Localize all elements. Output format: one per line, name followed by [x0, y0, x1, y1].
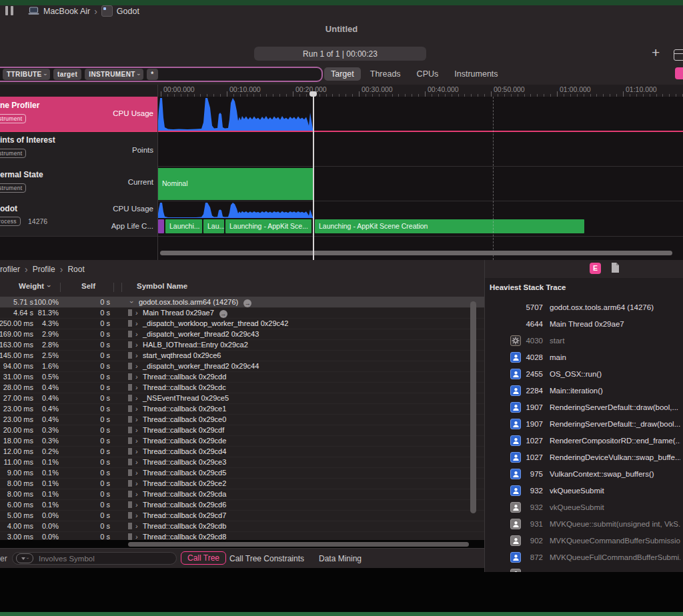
disclosure-chevron-icon[interactable]: ›	[135, 309, 138, 317]
filter-token-instrument[interactable]: INSTRUMENT›	[85, 69, 143, 80]
disclosure-chevron-icon[interactable]: ›	[135, 522, 138, 530]
stack-row[interactable]: 932vkQueueSubmit	[485, 500, 683, 517]
layout-toggle-icon[interactable]	[674, 49, 683, 61]
focus-arrow-icon[interactable]: →	[219, 310, 227, 318]
breadcrumb-item-root[interactable]: Root	[67, 265, 84, 274]
stack-row[interactable]: 1027RenderingDeviceVulkan::swap_buffe...	[485, 450, 683, 467]
column-header-weight[interactable]: Weight	[19, 282, 44, 290]
disclosure-chevron-icon[interactable]: ›	[135, 490, 138, 498]
disclosure-chevron-icon[interactable]: ›	[135, 341, 138, 349]
disclosure-chevron-icon[interactable]: ›	[135, 533, 138, 540]
disclosure-chevron-icon[interactable]: ›	[135, 319, 138, 327]
table-row[interactable]: 18.00 ms0.3%0 s›Thread::callback 0x29cde	[0, 435, 484, 447]
table-vscrollbar-thumb[interactable]	[470, 301, 476, 513]
table-row[interactable]: 169.00 ms2.9%0 s›_dispatch_worker_thread…	[0, 329, 484, 340]
filter-funnel-icon[interactable]: ›	[16, 553, 33, 563]
column-header-self[interactable]: Self	[81, 282, 95, 290]
timeline-scrollbar-thumb[interactable]	[160, 251, 672, 255]
table-row[interactable]: 5.71 s100.0%0 s›godot.osx.tools.arm64 (1…	[0, 297, 484, 308]
add-instrument-button[interactable]: +	[652, 45, 660, 61]
table-row[interactable]: 11.00 ms0.1%0 s›Thread::callback 0x29ce3	[0, 457, 484, 468]
disclosure-chevron-icon[interactable]: ›	[135, 426, 138, 434]
table-row[interactable]: 28.00 ms0.4%0 s›Thread::callback 0x29cdc	[0, 382, 484, 393]
tab-target[interactable]: Target	[324, 67, 361, 81]
filter-token-*[interactable]: *	[147, 69, 157, 80]
app-life-segment[interactable]: Launchi...	[165, 219, 202, 233]
app-life-segment-initializing[interactable]	[158, 219, 164, 233]
disclosure-chevron-icon[interactable]: ›	[135, 351, 138, 359]
disclosure-chevron-icon[interactable]: ›	[135, 511, 138, 519]
table-row[interactable]: 31.00 ms0.5%0 s›Thread::callback 0x29cdd	[0, 371, 484, 383]
stack-row[interactable]: 902MVKQueueCommandBufferSubmissio...	[485, 533, 683, 550]
filter-token-field[interactable]: TTRIBUTE›targetINSTRUMENT›*	[0, 67, 323, 82]
table-row[interactable]: 8.00 ms0.1%0 s›Thread::callback 0x29ce2	[0, 478, 484, 489]
app-life-segment[interactable]: Lau...	[203, 219, 224, 233]
stack-row[interactable]: 931MVKQueue::submit(unsigned int, VkS...	[485, 517, 683, 533]
track-time-profiler[interactable]: ne Profiler strument CPU Usage	[0, 97, 157, 131]
disclosure-chevron-icon[interactable]: ›	[135, 373, 138, 381]
stack-row[interactable]: 4030start	[485, 333, 683, 350]
table-row[interactable]: 4.64 s81.3%0 s›Main Thread 0x29ae7→	[0, 307, 484, 319]
stack-row[interactable]: 4028main	[485, 350, 683, 367]
tab-cpus[interactable]: CPUs	[410, 67, 446, 81]
table-row[interactable]: 6.00 ms0.1%0 s›Thread::callback 0x29cd6	[0, 499, 484, 511]
stack-row[interactable]: 1907RenderingServerDefault::_draw(bool..…	[485, 417, 683, 433]
target-device-chip[interactable]: MacBook Air › Godot	[28, 5, 139, 17]
table-row[interactable]: 5.00 ms0.0%0 s›Thread::callback 0x29cd7	[0, 510, 484, 521]
data-mining-button[interactable]: Data Mining	[319, 554, 362, 563]
table-row[interactable]: 3.00 ms0.0%0 s›Thread::callback 0x29cd8	[0, 531, 484, 540]
table-hscrollbar-thumb[interactable]	[128, 542, 469, 547]
search-input[interactable]	[37, 554, 160, 563]
disclosure-chevron-icon[interactable]: ›	[135, 415, 138, 423]
timeline-ruler[interactable]: 00:00.00000:10.00000:20.00000:30.00000:4…	[0, 85, 683, 97]
filter-indicator-button[interactable]	[675, 67, 683, 79]
filter-token-ttribute[interactable]: TTRIBUTE›	[3, 69, 50, 80]
disclosure-chevron-icon[interactable]: ›	[135, 394, 138, 402]
table-row[interactable]: 20.00 ms0.3%0 s›Thread::callback 0x29cdf	[0, 425, 484, 436]
disclosure-chevron-icon[interactable]: ›	[135, 501, 138, 509]
call-tree-button[interactable]: Call Tree	[181, 551, 226, 565]
table-row[interactable]: 163.00 ms2.8%0 s›HALB_IOThread::Entry 0x…	[0, 339, 484, 351]
disclosure-chevron-icon[interactable]: ›	[135, 458, 138, 466]
tab-instruments[interactable]: Instruments	[448, 67, 504, 81]
document-inspector-tab[interactable]	[611, 262, 620, 273]
stack-row[interactable]: 872MVKQueueFullCommandBufferSubmi...	[485, 550, 683, 567]
stack-row[interactable]: 1027RendererCompositorRD::end_frame(...	[485, 433, 683, 450]
app-life-segment[interactable]: Launching - AppKit Scene Creation	[315, 219, 584, 233]
table-row[interactable]: 4.00 ms0.0%0 s›Thread::callback 0x29cdb	[0, 521, 484, 532]
disclosure-chevron-icon[interactable]: ›	[135, 479, 138, 487]
stack-row[interactable]: 2284Main::iteration()	[485, 383, 683, 400]
breadcrumb-item-profiler[interactable]: rofiler	[0, 265, 20, 274]
track-points-of-interest[interactable]: ints of Interest strument Points	[0, 131, 157, 166]
table-row[interactable]: 23.00 ms0.4%0 s›Thread::callback 0x29ce1	[0, 403, 484, 415]
focus-arrow-icon[interactable]: →	[243, 299, 251, 307]
playhead-handle[interactable]	[309, 91, 317, 97]
tab-threads[interactable]: Threads	[364, 67, 408, 81]
stack-row[interactable]: 932vkQueueSubmit	[485, 483, 683, 500]
disclosure-chevron-icon[interactable]: ›	[128, 301, 136, 303]
stack-row[interactable]: 4644Main Thread 0x29ae7	[485, 317, 683, 333]
extended-detail-tab[interactable]: E	[590, 263, 601, 274]
table-row[interactable]: 12.00 ms0.2%0 s›Thread::callback 0x29cd4	[0, 446, 484, 457]
table-row[interactable]: 94.00 ms1.6%0 s›_dispatch_worker_thread2…	[0, 361, 484, 372]
disclosure-chevron-icon[interactable]: ›	[135, 437, 138, 445]
column-header-symbol-name[interactable]: Symbol Name	[137, 282, 187, 290]
table-row[interactable]: 8.00 ms0.1%0 s›Thread::callback 0x29cda	[0, 489, 484, 500]
process-cpu-graph[interactable]	[157, 203, 313, 218]
breadcrumb-item-profile[interactable]: Profile	[33, 265, 55, 274]
filter-token-target[interactable]: target	[53, 69, 81, 80]
table-row[interactable]: 27.00 ms0.4%0 s›_NSEventThread 0x29ce5	[0, 393, 484, 404]
cpu-usage-graph[interactable]	[157, 98, 313, 131]
playhead-line[interactable]	[313, 97, 314, 260]
table-row[interactable]: 23.00 ms0.4%0 s›Thread::callback 0x29ce0	[0, 414, 484, 425]
stack-row[interactable]: 5707godot.osx.tools.arm64 (14276)	[485, 300, 683, 317]
disclosure-chevron-icon[interactable]: ›	[135, 447, 138, 455]
stack-row-partial[interactable]	[485, 567, 683, 572]
disclosure-chevron-icon[interactable]: ›	[135, 383, 138, 391]
disclosure-chevron-icon[interactable]: ›	[135, 469, 138, 477]
pause-button[interactable]	[5, 6, 13, 15]
call-tree-constraints-button[interactable]: Call Tree Constraints	[229, 554, 304, 563]
thermal-nominal-bar[interactable]: Nominal	[158, 168, 313, 200]
table-row[interactable]: 9.00 ms0.1%0 s›Thread::callback 0x29cd5	[0, 467, 484, 479]
app-life-segment[interactable]: Launching - AppKit Sce...	[225, 219, 311, 233]
